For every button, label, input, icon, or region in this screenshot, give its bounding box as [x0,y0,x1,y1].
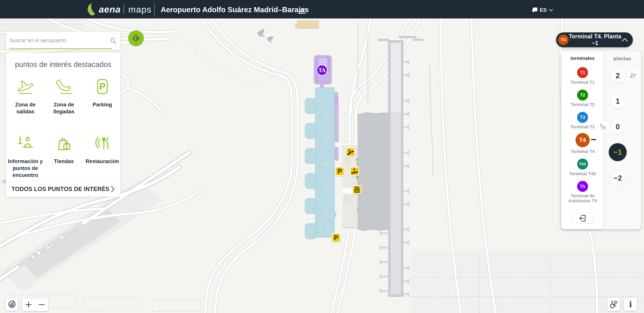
floor-item-1[interactable]: 1 [610,93,626,109]
poi-item-restaurants[interactable]: Restauración [83,134,122,179]
poi-panel-title: puntos de interés destacados [6,60,120,69]
floor-item-2[interactable]: 2 [610,68,626,83]
poi-item-label: Zona de llegadas [44,101,83,115]
poi-item-label: Restauración [83,158,122,165]
bus-terminal-badge[interactable]: TA [316,64,328,76]
terminal-item-label: Terminal T2 [562,102,604,107]
arrivals-plane-icon [55,77,73,96]
info-point-icon [16,134,35,152]
aena-logo-icon [86,3,98,16]
exit-icon [578,214,587,223]
departures-plane-icon [16,77,35,96]
moving-walkway-icon [351,167,358,175]
terminal-item-t1[interactable]: T1 [577,67,588,78]
floor-2-departures-chip [626,71,640,80]
zoom-out-button[interactable] [35,298,48,311]
poi-item-arrivals[interactable]: Zona de llegadas [44,77,83,115]
zoom-in-button[interactable] [22,298,35,311]
zoom-control [22,298,48,311]
floor-0-arrivals-chip [596,122,610,131]
parking-letter: P [334,234,338,241]
chevron-up-icon [622,38,628,42]
language-bubble-icon [532,7,538,13]
terminals-title: terminales [562,56,604,61]
poi-item-shops[interactable]: Tiendas [44,134,83,179]
poi-item-label: Tiendas [44,158,83,165]
elevator-marker[interactable] [352,185,362,194]
restaurants-icon [93,134,112,152]
selected-terminal-dash [591,139,596,140]
airport-title: Aeropuerto Adolfo Suárez Madrid–Barajas [161,5,309,14]
terminal-floor-panel: terminales T1 Terminal T1 T2 Terminal T2… [561,51,641,229]
escalator-marker[interactable] [346,148,355,157]
terminals-list: terminales T1 Terminal T1 T2 Terminal T2… [562,51,604,229]
elevator-icon [353,186,361,193]
floors-title: plantas [604,56,641,61]
floor-item-0[interactable]: 0 [610,119,626,134]
all-poi-link[interactable]: TODOS LOS PUNTOS DE INTERÉS [6,181,120,197]
route-diamond-icon [130,33,142,44]
directions-button[interactable] [128,31,144,46]
escalator-icon [347,148,354,156]
poi-item-information[interactable]: Información y puntos de encuentro [6,134,44,179]
departures-plane-icon [630,72,636,79]
search-card [6,32,120,50]
menu-icon[interactable] [300,8,306,15]
chevron-down-icon [549,9,553,12]
parking-icon: P [93,77,112,96]
terminal-item-label: Terminal T4 [562,149,604,154]
terminal-item-label: Terminal de Autobuses T4 [562,193,604,203]
minus-icon [38,301,45,308]
shops-icon [55,134,73,152]
poi-item-label: Información y puntos de encuentro [6,158,44,179]
reset-view-button[interactable] [6,298,18,311]
selector-label: Terminal T4. Planta −1 [569,33,622,47]
terminal-item-t4-selected[interactable]: T4 [576,133,590,147]
terminal-item-t3[interactable]: T3 [577,112,588,123]
search-underline [9,48,112,49]
terminal-item-t4s[interactable]: T4S [577,159,588,169]
info-button[interactable]: i [624,298,637,311]
parking-letter: P [338,168,342,175]
search-icon[interactable] [110,38,117,44]
wheelchair-gear-icon [609,300,618,309]
floor-item-minus1-selected[interactable]: −1 [609,143,627,161]
poi-item-departures[interactable]: Zona de salidas [6,77,44,115]
info-icon: i [629,300,632,309]
terminal-item-label: Terminal T4S [562,171,604,176]
moving-walkway-marker[interactable] [350,167,359,176]
arrivals-plane-icon [600,123,606,130]
all-poi-label: TODOS LOS PUNTOS DE INTERÉS [12,186,109,192]
brand-maps: maps [128,4,152,15]
poi-item-parking[interactable]: P Parking [83,77,122,115]
exit-terminal-view-button[interactable] [572,213,594,224]
poi-panel: puntos de interés destacados Zona de sal… [6,53,120,197]
chevron-right-icon [111,186,115,192]
terminal-item-label: Terminal T1 [562,80,604,85]
poi-item-label: Zona de salidas [6,101,44,115]
poi-item-label: Parking [83,101,122,108]
processor-building [358,112,389,231]
parking-marker-2[interactable]: P [332,233,341,242]
terminal-floor-selector[interactable]: T4 Terminal T4. Planta −1 [556,33,633,47]
header-divider [124,5,124,14]
terminal-item-t2[interactable]: T2 [577,90,588,101]
language-code: ES [540,7,547,13]
search-input[interactable] [10,32,106,49]
header-divider [154,3,155,16]
parking-marker-1[interactable]: P [335,167,344,176]
floor-item-minus2[interactable]: −2 [610,170,626,186]
selected-terminal-badge: T4 [558,35,569,45]
home-reset-icon [8,300,16,309]
poi-grid: Zona de salidas Zona de llegadas P Parki… [6,77,120,178]
brand-aena: aena [99,4,120,15]
svg-text:P: P [99,81,106,92]
terminal-item-ta[interactable]: TA [577,181,588,192]
language-selector[interactable]: ES [532,7,553,13]
accessibility-settings-button[interactable] [607,298,620,311]
aena-maps-app: Avenida de Juan Antonio Samaranch Avenid… [0,0,644,313]
top-bar: aena maps Aeropuerto Adolfo Suárez Madri… [0,0,644,19]
cargo-building [295,20,319,29]
plus-icon [25,301,32,308]
